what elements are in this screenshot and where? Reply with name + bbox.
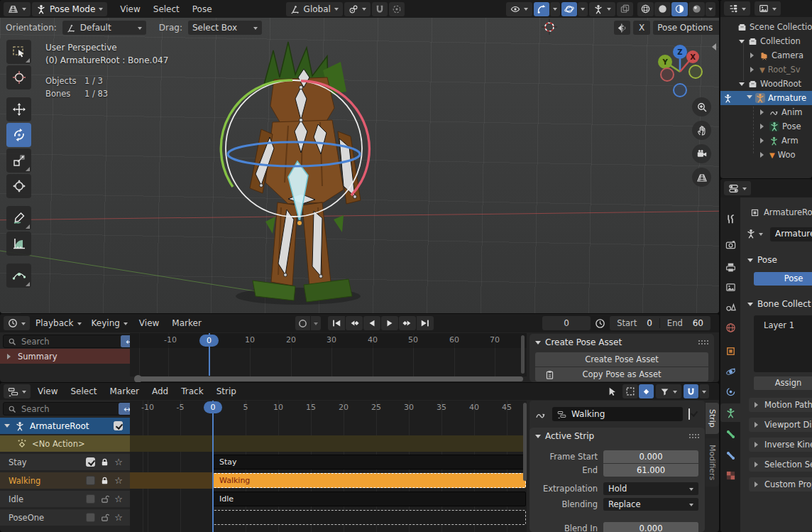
- nla-menu-strip[interactable]: Strip: [211, 384, 242, 398]
- drag-handle-icon[interactable]: [698, 340, 708, 345]
- shading-rendered[interactable]: [688, 2, 705, 16]
- outliner-row-woodroot[interactable]: WoodRoot: [720, 77, 812, 91]
- gizmos-toggle[interactable]: [534, 2, 549, 16]
- nla-search-input[interactable]: [20, 403, 115, 415]
- tab-view-layer[interactable]: [720, 278, 740, 296]
- properties-editor-type-dropdown[interactable]: [724, 181, 751, 195]
- transform-orientation-dropdown[interactable]: Global: [286, 2, 343, 16]
- nla-menu-select[interactable]: Select: [65, 384, 102, 398]
- tool-cursor[interactable]: [6, 65, 31, 89]
- strip-idle[interactable]: Idle: [213, 492, 526, 506]
- datablock-dropdown-chevron[interactable]: [759, 233, 763, 238]
- tab-physics[interactable]: [720, 362, 740, 381]
- summary-channel[interactable]: Summary: [0, 349, 130, 364]
- pivot-point-dropdown[interactable]: [344, 2, 371, 16]
- panel-motion-paths[interactable]: Motion Paths: [749, 398, 812, 412]
- navigation-gizmo[interactable]: Z Y X: [644, 40, 715, 106]
- blend-in-input[interactable]: 0.000: [603, 522, 698, 532]
- expand-icon[interactable]: [760, 109, 767, 115]
- nla-menu-add[interactable]: Add: [146, 384, 174, 398]
- armature-datablock-icon[interactable]: [746, 229, 756, 239]
- nla-keyframe-snap-toggle[interactable]: [639, 384, 654, 398]
- expand-icon[interactable]: [750, 53, 757, 58]
- menu-pose[interactable]: Pose: [187, 2, 218, 16]
- star-icon[interactable]: ☆: [114, 476, 123, 485]
- tool-pose-breakdowner[interactable]: [6, 264, 31, 288]
- expand-icon[interactable]: [4, 424, 10, 430]
- keying-menu[interactable]: Keying: [87, 316, 132, 330]
- strip-enable-checkbox[interactable]: [688, 408, 690, 420]
- timeline-menu-view[interactable]: View: [133, 316, 165, 330]
- pose-mirror-icon-button[interactable]: [614, 21, 630, 35]
- play-button[interactable]: [381, 316, 398, 330]
- nla-select-tool[interactable]: [605, 384, 620, 398]
- tab-constraints[interactable]: [720, 382, 740, 401]
- visibility-dropdown[interactable]: [506, 2, 532, 16]
- layer-list-item[interactable]: Layer 1: [754, 315, 812, 330]
- outliner-row-arm[interactable]: Arm: [720, 134, 812, 148]
- strip-poseone[interactable]: [213, 510, 526, 525]
- star-icon[interactable]: ☆: [114, 513, 123, 522]
- panel-inverse-kinematics[interactable]: Inverse Kine: [749, 438, 812, 452]
- timeline-search[interactable]: ↔: [3, 335, 140, 348]
- lock-icon[interactable]: [100, 476, 109, 485]
- nla-menu-marker[interactable]: Marker: [104, 384, 145, 398]
- overlays-toggle[interactable]: [561, 2, 577, 16]
- tab-scene[interactable]: [720, 297, 740, 315]
- assign-button[interactable]: Assign: [754, 376, 812, 390]
- nla-track-stay[interactable]: Stay ☆: [0, 454, 130, 470]
- proportional-editing-toggle[interactable]: [389, 2, 405, 16]
- nla-vscrollbar[interactable]: [523, 403, 527, 481]
- expand-icon[interactable]: [760, 124, 767, 129]
- mode-dropdown[interactable]: Pose Mode: [32, 2, 107, 16]
- menu-view[interactable]: View: [114, 2, 146, 16]
- tab-render[interactable]: [720, 235, 740, 254]
- ortho-toggle-button[interactable]: [692, 168, 711, 187]
- xray-toggle[interactable]: [617, 2, 633, 16]
- pan-button[interactable]: [692, 121, 711, 140]
- gizmos-dropdown[interactable]: [550, 2, 560, 16]
- outliner-display-mode-dropdown[interactable]: [755, 1, 781, 16]
- unlock-icon[interactable]: [100, 494, 109, 504]
- pose-options-dropdown[interactable]: Pose Options: [653, 21, 719, 35]
- track-mute-checkbox[interactable]: [86, 494, 95, 504]
- timeline-menu-marker[interactable]: Marker: [166, 316, 207, 330]
- tab-bone[interactable]: [720, 425, 740, 443]
- expand-icon[interactable]: [739, 82, 745, 89]
- shading-solid[interactable]: [654, 2, 671, 16]
- nla-object-track[interactable]: ArmatureRoot: [0, 418, 130, 434]
- outliner-row-collection[interactable]: Collection: [720, 34, 812, 48]
- star-icon[interactable]: ☆: [114, 494, 123, 504]
- nla-editor-type-dropdown[interactable]: [4, 384, 31, 398]
- play-reverse-button[interactable]: [363, 316, 380, 330]
- tab-output[interactable]: [720, 258, 740, 276]
- strip-stay[interactable]: Stay: [213, 455, 526, 469]
- copy-pose-as-asset-button[interactable]: Copy Pose as Asset: [535, 367, 708, 381]
- orientation-dropdown[interactable]: Default: [62, 21, 146, 35]
- nla-filter-dropdown[interactable]: [656, 384, 681, 398]
- tab-tool[interactable]: [720, 210, 740, 228]
- outliner-editor-type-dropdown[interactable]: [724, 1, 750, 16]
- nla-track-walking[interactable]: Walking ☆: [0, 472, 130, 489]
- sidebar-tab-strip[interactable]: Strip: [706, 403, 719, 434]
- track-mute-checkbox[interactable]: [86, 476, 95, 485]
- tool-transform[interactable]: [6, 174, 31, 198]
- camera-view-button[interactable]: [692, 144, 711, 163]
- jump-to-end-button[interactable]: [417, 316, 434, 330]
- frame-start-input[interactable]: 0.000: [603, 450, 698, 463]
- lock-icon[interactable]: [100, 457, 109, 467]
- extrapolation-dropdown[interactable]: Hold: [603, 482, 698, 495]
- timeline-editor-type-dropdown[interactable]: [4, 316, 30, 330]
- expand-icon[interactable]: [750, 67, 757, 72]
- panel-collapse-icon[interactable]: [535, 341, 541, 347]
- nla-action-track[interactable]: <No Action>: [0, 435, 130, 452]
- unlock-icon[interactable]: [100, 513, 109, 522]
- timeline-hscrollbar-knob[interactable]: [134, 375, 142, 382]
- pose-blue-button[interactable]: Pose: [754, 272, 812, 286]
- track-mute-checkbox[interactable]: [86, 513, 95, 522]
- auto-keying-toggle[interactable]: [295, 316, 310, 330]
- outliner-row-woo[interactable]: ▼ Woo: [720, 148, 812, 162]
- nla-snap-toggle[interactable]: [684, 384, 698, 398]
- strip-name-field[interactable]: Walking: [552, 407, 683, 421]
- object-track-checkbox[interactable]: [114, 421, 123, 430]
